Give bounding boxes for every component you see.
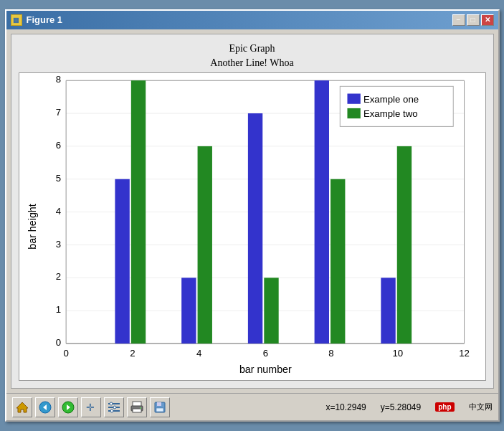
window-icon: ▦ (11, 14, 22, 26)
chart-plot: 0 1 2 3 4 5 6 7 8 0 2 4 6 8 (19, 72, 486, 381)
title-bar-left: ▦ Figure 1 (11, 14, 63, 26)
svg-text:bar number: bar number (239, 364, 291, 375)
svg-text:2: 2 (55, 271, 60, 282)
chart-title-line2: Another Line! Whoa (19, 56, 486, 70)
back-button[interactable] (35, 397, 55, 417)
svg-text:2: 2 (130, 348, 135, 359)
bar (396, 146, 411, 344)
toolbar: ✛ x=10.2949 y=5.28049 php 中文网 (6, 393, 498, 420)
toolbar-coords: x=10.2949 y=5.28049 php 中文网 (325, 402, 492, 412)
minimize-button[interactable]: − (452, 14, 465, 26)
svg-text:6: 6 (55, 140, 60, 151)
svg-text:8: 8 (328, 348, 333, 359)
svg-text:0: 0 (63, 348, 68, 359)
svg-text:5: 5 (55, 173, 60, 184)
legend-label-one: Example one (363, 94, 418, 105)
svg-rect-47 (133, 409, 141, 412)
svg-point-48 (140, 407, 141, 409)
pan-button[interactable]: ✛ (81, 397, 101, 417)
svg-text:bar height: bar height (27, 204, 38, 249)
title-buttons: − □ ✕ (452, 14, 494, 26)
toolbar-buttons: ✛ (12, 397, 170, 417)
close-button[interactable]: ✕ (481, 14, 494, 26)
svg-text:1: 1 (55, 304, 60, 315)
maximize-button[interactable]: □ (467, 14, 480, 26)
svg-text:0: 0 (55, 337, 60, 348)
site-label: 中文网 (469, 402, 493, 412)
window-title: Figure 1 (27, 14, 63, 25)
forward-button[interactable] (58, 397, 78, 417)
svg-text:3: 3 (55, 239, 60, 250)
svg-point-42 (110, 402, 113, 405)
svg-text:✛: ✛ (86, 402, 95, 413)
svg-rect-50 (157, 402, 161, 406)
svg-text:12: 12 (459, 348, 470, 359)
bar (264, 278, 278, 344)
chart-title: Epic Graph Another Line! Whoa (19, 42, 486, 70)
title-bar: ▦ Figure 1 − □ ✕ (6, 11, 498, 29)
y-coord: y=5.28049 (381, 402, 421, 412)
svg-point-44 (110, 409, 113, 412)
chart-svg: 0 1 2 3 4 5 6 7 8 0 2 4 6 8 (19, 73, 485, 380)
svg-marker-33 (16, 402, 28, 412)
print-button[interactable] (127, 397, 147, 417)
svg-text:10: 10 (392, 348, 403, 359)
svg-rect-31 (347, 94, 360, 104)
bar (381, 278, 395, 344)
bar (331, 179, 345, 344)
php-badge: php (435, 402, 454, 412)
svg-rect-41 (108, 410, 120, 412)
bar (247, 113, 262, 344)
svg-point-43 (113, 406, 116, 409)
legend: Example one Example two (340, 86, 453, 126)
chart-title-line1: Epic Graph (19, 42, 486, 56)
main-window: ▦ Figure 1 − □ ✕ Epic Graph Another Line… (5, 9, 500, 422)
configure-button[interactable] (104, 397, 124, 417)
legend-label-two: Example two (363, 108, 417, 119)
svg-text:4: 4 (196, 348, 201, 359)
save-button[interactable] (150, 397, 170, 417)
svg-text:4: 4 (55, 206, 60, 217)
bar (197, 146, 211, 344)
svg-rect-51 (156, 408, 163, 412)
svg-rect-32 (347, 108, 360, 118)
svg-text:8: 8 (55, 74, 60, 85)
chart-area: Epic Graph Another Line! Whoa (11, 34, 494, 389)
svg-text:6: 6 (262, 348, 267, 359)
bar (130, 80, 145, 344)
svg-rect-30 (340, 86, 453, 126)
bar (314, 80, 328, 344)
svg-text:7: 7 (55, 107, 60, 118)
home-button[interactable] (12, 397, 32, 417)
bar (115, 179, 129, 344)
x-coord: x=10.2949 (325, 402, 366, 412)
bar (181, 278, 196, 344)
